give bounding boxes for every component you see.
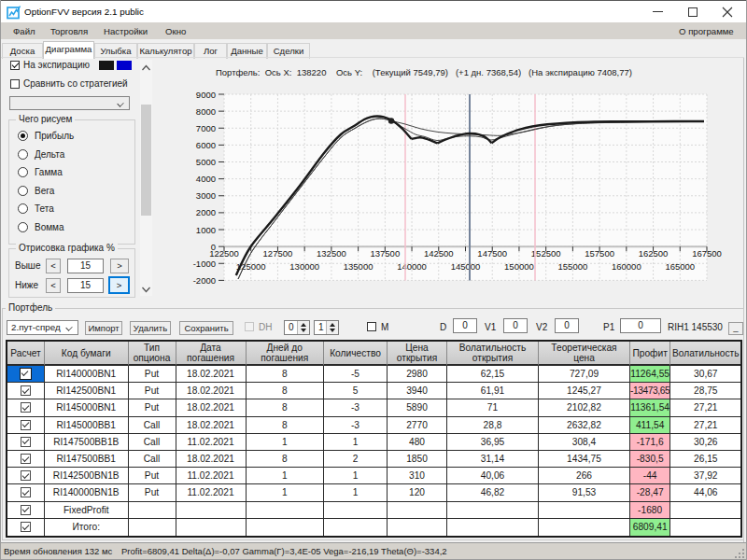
svg-text:150000: 150000 xyxy=(504,261,534,272)
svg-text:160000: 160000 xyxy=(612,261,641,272)
svg-text:9000: 9000 xyxy=(196,90,216,100)
svg-text:2000: 2000 xyxy=(196,207,216,217)
svg-text:132500: 132500 xyxy=(317,248,346,259)
svg-text:137500: 137500 xyxy=(370,248,400,259)
svg-text:140000: 140000 xyxy=(397,261,427,272)
svg-text:165000: 165000 xyxy=(665,261,695,272)
svg-text:1000: 1000 xyxy=(196,225,216,235)
svg-text:7000: 7000 xyxy=(196,123,216,133)
svg-text:135000: 135000 xyxy=(344,261,374,272)
svg-text:157500: 157500 xyxy=(585,248,614,259)
svg-text:5000: 5000 xyxy=(196,157,216,167)
svg-text:3000: 3000 xyxy=(196,190,216,201)
svg-text:155000: 155000 xyxy=(558,261,588,272)
svg-text:142500: 142500 xyxy=(424,248,454,259)
svg-text:6000: 6000 xyxy=(196,140,216,150)
svg-text:167500: 167500 xyxy=(692,248,722,259)
svg-text:4000: 4000 xyxy=(196,174,216,184)
svg-text:-1000: -1000 xyxy=(193,259,216,269)
svg-text:127500: 127500 xyxy=(263,248,293,259)
svg-text:-2000: -2000 xyxy=(193,275,216,286)
svg-text:122500: 122500 xyxy=(209,248,239,259)
svg-text:8000: 8000 xyxy=(196,106,216,117)
svg-text:162500: 162500 xyxy=(639,248,669,259)
svg-text:130000: 130000 xyxy=(289,261,319,272)
svg-text:147500: 147500 xyxy=(477,248,507,259)
svg-text:145000: 145000 xyxy=(451,261,481,272)
